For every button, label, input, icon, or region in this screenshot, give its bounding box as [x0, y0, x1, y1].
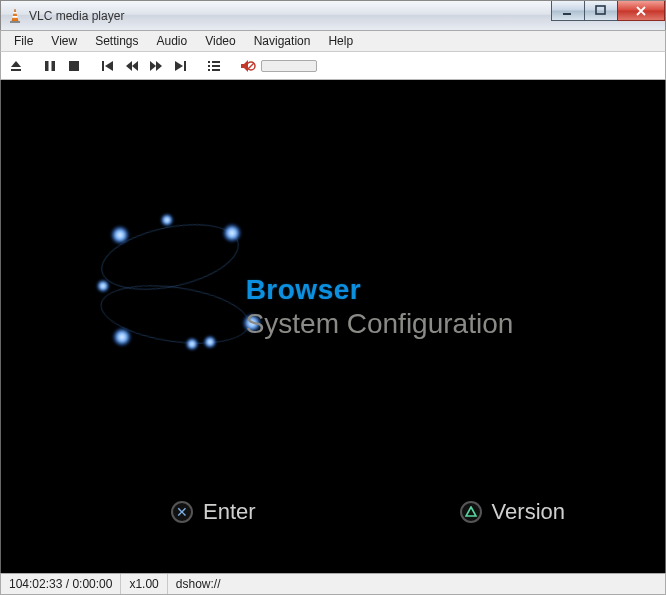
svg-rect-20	[212, 61, 220, 63]
status-speed[interactable]: x1.00	[121, 574, 167, 594]
statusbar: 104:02:33 / 0:00:00 x1.00 dshow://	[0, 573, 666, 595]
svg-rect-24	[212, 69, 220, 71]
titlebar: VLC media player	[0, 0, 666, 30]
svg-marker-14	[132, 61, 138, 71]
hint-version-label: Version	[492, 499, 565, 525]
forward-button[interactable]	[145, 55, 167, 77]
next-button[interactable]	[169, 55, 191, 77]
svg-rect-5	[596, 6, 605, 14]
svg-marker-13	[126, 61, 132, 71]
svg-rect-21	[208, 65, 210, 67]
minimize-button[interactable]	[551, 1, 585, 21]
svg-rect-2	[12, 16, 17, 18]
maximize-button[interactable]	[584, 1, 618, 21]
hint-enter-label: Enter	[203, 499, 256, 525]
svg-rect-8	[45, 61, 49, 71]
menu-navigation[interactable]: Navigation	[245, 31, 320, 51]
vlc-cone-icon	[7, 8, 23, 24]
window-buttons	[552, 1, 665, 21]
menu-file[interactable]: File	[5, 31, 42, 51]
close-button[interactable]	[617, 1, 665, 21]
svg-marker-15	[150, 61, 156, 71]
menu-settings[interactable]: Settings	[86, 31, 147, 51]
svg-rect-4	[563, 13, 571, 15]
menu-view[interactable]: View	[42, 31, 86, 51]
mute-button[interactable]	[237, 55, 259, 77]
svg-marker-6	[11, 61, 21, 67]
hint-version: Version	[460, 499, 565, 525]
menu-help[interactable]: Help	[319, 31, 362, 51]
ps-triangle-icon	[460, 501, 482, 523]
svg-marker-17	[175, 61, 183, 71]
pause-button[interactable]	[39, 55, 61, 77]
status-time[interactable]: 104:02:33 / 0:00:00	[1, 574, 121, 594]
svg-marker-16	[156, 61, 162, 71]
video-area: Browser System Configuration ✕ Enter Ver…	[0, 80, 666, 573]
svg-marker-12	[105, 61, 113, 71]
svg-marker-0	[12, 9, 18, 21]
ps-x-icon: ✕	[171, 501, 193, 523]
svg-rect-18	[184, 61, 186, 71]
window-title: VLC media player	[29, 9, 124, 23]
status-source: dshow://	[168, 574, 665, 594]
menu-audio[interactable]: Audio	[148, 31, 197, 51]
ps2-orb-graphic	[90, 217, 270, 367]
volume-slider[interactable]	[261, 60, 317, 72]
menu-video[interactable]: Video	[196, 31, 244, 51]
stop-button[interactable]	[63, 55, 85, 77]
ps2-menu-sysconf: System Configuration	[246, 308, 514, 340]
ps2-menu-browser: Browser	[246, 274, 514, 306]
svg-marker-28	[466, 507, 476, 516]
hint-enter: ✕ Enter	[171, 499, 256, 525]
toolbar	[0, 52, 666, 80]
eject-button[interactable]	[5, 55, 27, 77]
rewind-button[interactable]	[121, 55, 143, 77]
svg-rect-9	[52, 61, 56, 71]
svg-rect-19	[208, 61, 210, 63]
svg-rect-3	[10, 21, 20, 23]
svg-rect-7	[11, 69, 21, 71]
prev-button[interactable]	[97, 55, 119, 77]
playlist-button[interactable]	[203, 55, 225, 77]
svg-rect-22	[212, 65, 220, 67]
svg-rect-11	[102, 61, 104, 71]
svg-rect-10	[69, 61, 79, 71]
svg-line-27	[248, 63, 254, 69]
ps2-hints: ✕ Enter Version	[1, 499, 665, 525]
svg-rect-23	[208, 69, 210, 71]
ps2-menu: Browser System Configuration	[246, 274, 514, 340]
svg-rect-1	[13, 12, 17, 14]
menubar: FileViewSettingsAudioVideoNavigationHelp	[0, 30, 666, 52]
